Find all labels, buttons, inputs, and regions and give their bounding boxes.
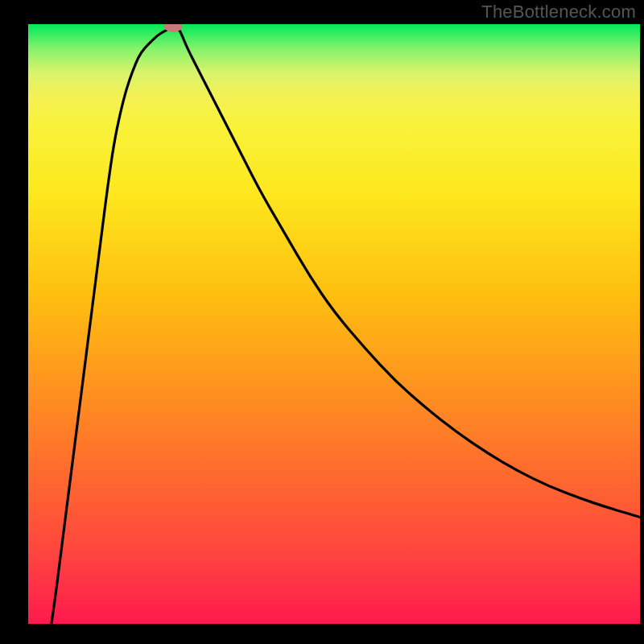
bottleneck-chart (0, 0, 644, 644)
watermark-text: TheBottleneck.com (481, 2, 636, 23)
svg-rect-1 (0, 0, 28, 644)
svg-rect-2 (640, 0, 644, 644)
chart-container: TheBottleneck.com (0, 0, 644, 644)
svg-rect-4 (0, 624, 644, 644)
